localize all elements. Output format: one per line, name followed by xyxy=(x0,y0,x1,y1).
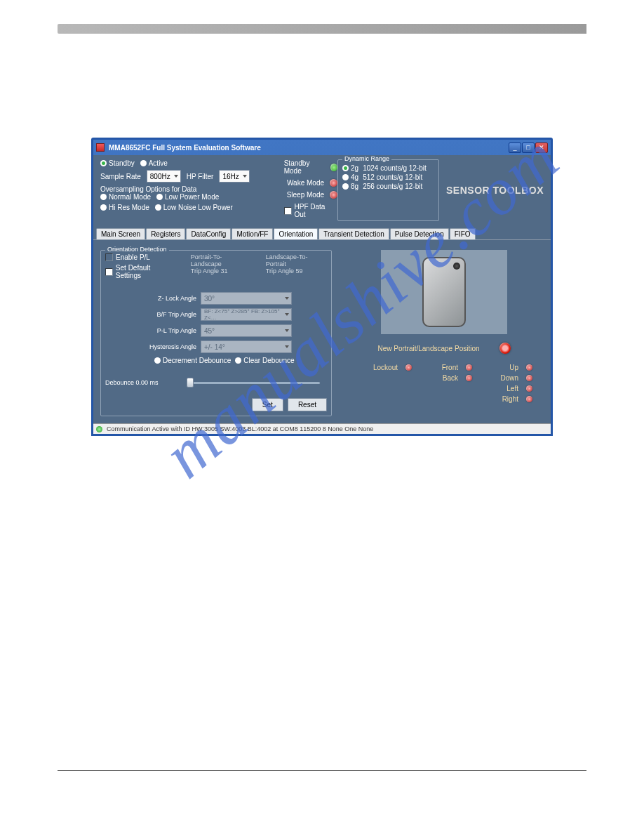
window-title: MMA8652FC Full System Evaluation Softwar… xyxy=(109,144,261,152)
decrement-debounce-radio[interactable]: Decrement Debounce xyxy=(154,357,231,364)
reset-button[interactable]: Reset xyxy=(288,398,327,411)
left-label: Left xyxy=(507,385,518,392)
debounce-slider[interactable] xyxy=(187,377,320,388)
enable-pl-label: Enable P/L xyxy=(116,253,150,261)
page-top-rule xyxy=(58,24,586,34)
low-power-label: Low Power Mode xyxy=(165,193,219,201)
dynamic-range-legend: Dynamic Range xyxy=(342,155,391,162)
pl-trip-label: P-L Trip Angle xyxy=(133,327,196,334)
tab-motion-ff[interactable]: Motion/FF xyxy=(232,228,273,239)
orientation-detection-box: Orientation Detection Enable P/L Set Def… xyxy=(100,250,332,416)
titlebar[interactable]: MMA8652FC Full System Evaluation Softwar… xyxy=(93,140,551,155)
camera-lens-icon xyxy=(453,263,460,270)
low-power-radio[interactable]: Low Power Mode xyxy=(156,193,219,201)
tab-pulse[interactable]: Pulse Detection xyxy=(390,228,449,239)
back-label: Back xyxy=(443,374,458,382)
range-2g-radio[interactable]: 2g xyxy=(342,164,358,172)
sleep-led xyxy=(330,191,337,199)
maximize-button[interactable]: □ xyxy=(522,143,535,153)
tab-fifo[interactable]: FIFO xyxy=(450,228,476,239)
lownoise-radio[interactable]: Low Noise Low Power xyxy=(155,204,233,211)
minimize-button[interactable]: _ xyxy=(509,143,521,153)
oversampling-label: Oversampling Options for Data xyxy=(100,185,284,193)
phone-preview xyxy=(381,250,507,334)
standby-label: Standby xyxy=(109,159,135,167)
clear-debounce-radio[interactable]: Clear Debounce xyxy=(235,357,294,364)
standby-radio[interactable]: Standby xyxy=(100,159,135,167)
tab-transient[interactable]: Transient Detection xyxy=(318,228,389,239)
lockout-label: Lockout xyxy=(373,364,398,371)
range-4g-label: 4g xyxy=(351,173,358,181)
phone-icon xyxy=(422,257,466,327)
set-default-check[interactable]: Set Default Settings xyxy=(105,264,177,279)
right-led xyxy=(526,396,532,402)
z-lock-label: Z- Lock Angle xyxy=(133,295,196,302)
bf-select[interactable]: BF: Z<75° Z>285° FB: Z>105° Z<… xyxy=(201,308,292,321)
range-4g-radio[interactable]: 4g xyxy=(342,173,358,181)
tab-orientation[interactable]: Orientation xyxy=(274,228,318,239)
normal-mode-label: Normal Mode xyxy=(109,193,151,201)
lockout-led xyxy=(405,364,412,371)
active-radio[interactable]: Active xyxy=(140,159,168,167)
hires-mode-label: Hi Res Mode xyxy=(109,204,149,211)
hysteresis-label: Hysteresis Angle xyxy=(133,343,196,350)
range-2g-label: 2g xyxy=(351,164,358,172)
front-led xyxy=(466,364,472,371)
range-4g-desc: 512 counts/g 12-bit xyxy=(363,173,422,181)
active-label: Active xyxy=(149,159,168,167)
pl-trip-select[interactable]: 45° xyxy=(201,324,292,337)
app-window: MMA8652FC Full System Evaluation Softwar… xyxy=(91,138,553,436)
lownoise-label: Low Noise Low Power xyxy=(163,204,233,211)
sample-rate-select[interactable]: 800Hz xyxy=(147,170,181,183)
down-led xyxy=(526,375,532,381)
ltp-label: Landscape-To-Portrait xyxy=(266,253,327,267)
enable-pl-check[interactable]: Enable P/L xyxy=(105,253,150,261)
bf-label: B/F Trip Angle xyxy=(133,311,196,318)
standby-led xyxy=(330,164,337,171)
connection-led xyxy=(96,426,102,432)
clr-debounce-label: Clear Debounce xyxy=(243,357,294,364)
range-2g-desc: 1024 counts/g 12-bit xyxy=(363,164,427,172)
dec-debounce-label: Decrement Debounce xyxy=(163,357,231,364)
wake-led xyxy=(330,179,337,187)
down-label: Down xyxy=(500,374,518,382)
hpf-data-out-label: HPF Data Out xyxy=(295,203,338,218)
ptl-label: Portrait-To-Landscape xyxy=(191,253,252,267)
hp-filter-label: HP Filter xyxy=(187,173,214,180)
hysteresis-select[interactable]: +/- 14° xyxy=(201,340,292,353)
front-label: Front xyxy=(442,364,458,371)
hpf-data-out-check[interactable]: HPF Data Out xyxy=(284,203,337,218)
set-button[interactable]: Set xyxy=(252,398,283,411)
page-bottom-rule xyxy=(58,770,586,771)
right-label: Right xyxy=(502,395,518,403)
left-led xyxy=(526,385,532,392)
back-led xyxy=(466,375,472,381)
brand-label: SENSOR TOOLBOX xyxy=(446,159,544,221)
hp-filter-select[interactable]: 16Hz xyxy=(219,170,249,183)
up-led xyxy=(526,364,532,371)
new-position-led xyxy=(499,343,511,354)
ltp-value: Trip Angle 59 xyxy=(266,267,327,274)
statusbar: Communication Active with ID HW:3005 SW:… xyxy=(93,423,551,434)
set-default-label: Set Default Settings xyxy=(116,264,177,279)
range-8g-radio[interactable]: 8g xyxy=(342,183,358,190)
range-8g-desc: 256 counts/g 12-bit xyxy=(363,183,422,190)
standby-mode-label: Standby Mode xyxy=(284,159,325,175)
dynamic-range-box: Dynamic Range 2g1024 counts/g 12-bit 4g5… xyxy=(337,159,439,221)
tab-main-screen[interactable]: Main Screen xyxy=(96,228,145,239)
sleep-mode-label: Sleep Mode xyxy=(287,191,324,199)
tab-registers[interactable]: Registers xyxy=(146,228,185,239)
statusbar-text: Communication Active with ID HW:3005 SW:… xyxy=(107,425,373,432)
ptl-value: Trip Angle 31 xyxy=(191,267,252,274)
hires-mode-radio[interactable]: Hi Res Mode xyxy=(100,204,149,211)
close-button[interactable]: ✕ xyxy=(535,143,548,153)
z-lock-select[interactable]: 30° xyxy=(201,292,292,305)
debounce-label: Debounce 0.00 ms xyxy=(105,379,182,386)
new-position-label: New Portrait/Landscape Position xyxy=(377,345,479,352)
range-8g-label: 8g xyxy=(351,183,358,190)
up-label: Up xyxy=(509,364,518,371)
orientation-legend: Orientation Detection xyxy=(105,246,169,253)
tab-dataconfig[interactable]: DataConfig xyxy=(186,228,231,239)
sample-rate-label: Sample Rate xyxy=(100,173,141,180)
normal-mode-radio[interactable]: Normal Mode xyxy=(100,193,151,201)
